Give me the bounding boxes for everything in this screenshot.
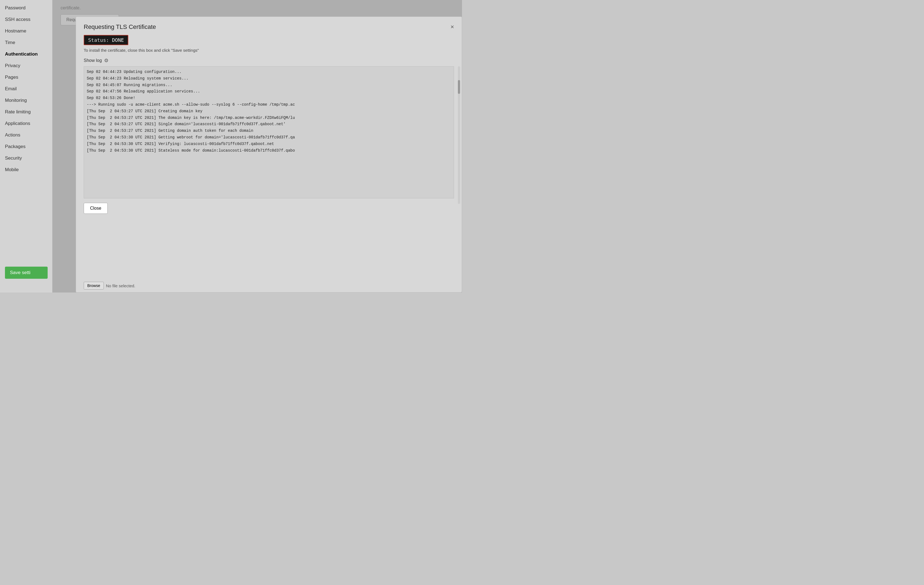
show-log-row: Show log ⚙ (84, 58, 454, 64)
sidebar-item-ssh-access[interactable]: SSH access (0, 14, 52, 25)
sidebar-item-actions[interactable]: Actions (0, 129, 52, 141)
settings-icon: ⚙ (104, 58, 109, 64)
sidebar-item-time[interactable]: Time (0, 37, 52, 48)
modal-header: Requesting TLS Certificate × (84, 23, 454, 31)
sidebar-item-security[interactable]: Security (0, 152, 52, 164)
show-log-label[interactable]: Show log (84, 58, 102, 63)
browse-button[interactable]: Browse (84, 282, 104, 290)
log-output[interactable]: Sep 02 04:44:23 Updating configuration..… (84, 66, 454, 198)
sidebar-item-mobile[interactable]: Mobile (0, 164, 52, 176)
modal-overlay: Requesting TLS Certificate × Status: DON… (52, 0, 462, 292)
status-label: Status: (88, 37, 109, 43)
install-hint: To install the certificate, close this b… (84, 48, 454, 53)
sidebar-item-applications[interactable]: Applications (0, 118, 52, 129)
sidebar-item-packages[interactable]: Packages (0, 141, 52, 152)
no-file-label: No file selected. (106, 283, 135, 288)
sidebar: Password SSH access Hostname Time Authen… (0, 0, 52, 292)
sidebar-item-rate-limiting[interactable]: Rate limiting (0, 106, 52, 118)
main-content: certificate. Request TLS Certificate Req… (52, 0, 462, 292)
sidebar-item-password[interactable]: Password (0, 2, 52, 14)
close-button[interactable]: Close (84, 203, 108, 214)
tls-modal: Requesting TLS Certificate × Status: DON… (76, 16, 462, 292)
file-input-row: Browse No file selected. (84, 282, 135, 290)
sidebar-item-hostname[interactable]: Hostname (0, 25, 52, 37)
sidebar-item-privacy[interactable]: Privacy (0, 60, 52, 72)
modal-close-button[interactable]: × (450, 24, 454, 30)
status-badge: Status: DONE (84, 35, 128, 45)
save-settings-button[interactable]: Save setti (5, 267, 48, 279)
sidebar-item-email[interactable]: Email (0, 83, 52, 95)
sidebar-item-monitoring[interactable]: Monitoring (0, 95, 52, 106)
sidebar-item-pages[interactable]: Pages (0, 72, 52, 83)
status-done: DONE (112, 37, 124, 43)
sidebar-item-authentication[interactable]: Authentication (0, 48, 52, 60)
modal-title: Requesting TLS Certificate (84, 23, 156, 31)
modal-scrollbar-thumb (458, 80, 460, 94)
modal-scrollbar-track (458, 66, 460, 204)
